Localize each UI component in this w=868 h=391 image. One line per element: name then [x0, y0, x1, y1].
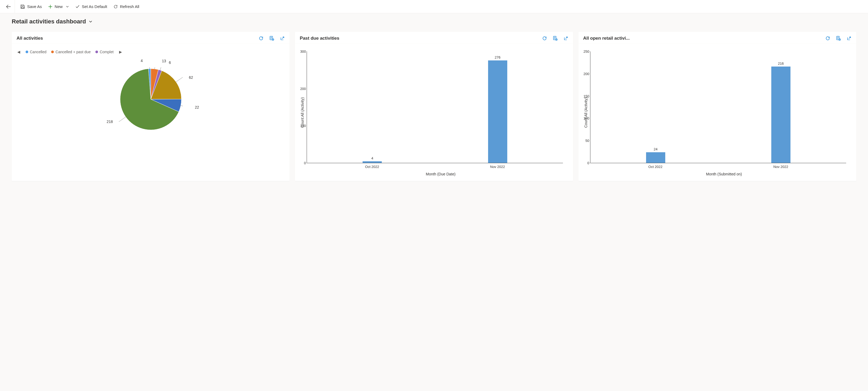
card-title: Past due activities: [300, 36, 542, 41]
card-open-retail: All open retail activi... Count:All (Act…: [579, 32, 856, 181]
bar-column: 216: [718, 52, 843, 163]
y-tick: 250: [579, 50, 589, 53]
card-actions: [825, 36, 851, 41]
popout-button[interactable]: [563, 36, 568, 41]
pie-slice-label: 218: [106, 120, 113, 124]
plot-area: 050100150200250 24 216: [590, 52, 846, 163]
popout-button[interactable]: [280, 36, 285, 41]
card-body: ◀ Cancelled Cancelled + past due Complet…: [12, 44, 289, 181]
y-tick: 200: [579, 72, 589, 75]
bar-value-label: 276: [495, 55, 501, 59]
popout-icon: [847, 36, 851, 41]
card-title: All open retail activi...: [583, 36, 825, 41]
refresh-all-button[interactable]: Refresh All: [110, 1, 143, 12]
back-button[interactable]: [2, 0, 15, 13]
page-title: Retail activities dashboard: [12, 18, 86, 25]
bar-column: 24: [593, 52, 718, 163]
legend-dot: [95, 51, 98, 53]
save-as-label: Save As: [27, 4, 42, 9]
refresh-icon: [542, 36, 547, 41]
x-tick: Oct 2022: [309, 165, 435, 169]
legend-item-completed[interactable]: Complet: [95, 50, 114, 54]
view-records-button[interactable]: [553, 36, 558, 41]
records-icon: [269, 36, 274, 41]
legend-dot: [26, 51, 28, 53]
new-button[interactable]: New: [45, 1, 72, 12]
pie-slice-label: 6: [169, 60, 171, 65]
bar[interactable]: [363, 161, 382, 163]
legend-next-button[interactable]: ▶: [118, 50, 123, 54]
refresh-icon: [114, 4, 118, 9]
bar-value-label: 24: [654, 147, 657, 151]
plot-area: 0100200300 4 276: [307, 52, 563, 163]
records-icon: [836, 36, 841, 41]
cards-row: All activities ◀: [0, 27, 868, 189]
refresh-card-button[interactable]: [825, 36, 830, 41]
legend-label: Cancelled + past due: [55, 50, 91, 54]
save-as-button[interactable]: Save As: [17, 1, 45, 12]
card-header: All activities: [12, 32, 289, 44]
plus-icon: [48, 4, 53, 9]
records-icon: [553, 36, 558, 41]
popout-button[interactable]: [847, 36, 851, 41]
refresh-card-button[interactable]: [259, 36, 264, 41]
y-tick: 300: [295, 50, 306, 53]
x-tick: Oct 2022: [593, 165, 718, 169]
bar-value-label: 216: [778, 62, 784, 65]
x-tick: Nov 2022: [718, 165, 843, 169]
page-title-row[interactable]: Retail activities dashboard: [0, 13, 868, 27]
y-tick: 200: [295, 87, 306, 90]
new-label: New: [55, 4, 63, 9]
set-default-label: Set As Default: [82, 4, 107, 9]
card-body: Count:All (Activity) 050100150200250 24 …: [579, 44, 856, 181]
legend-dot: [51, 51, 54, 53]
card-past-due: Past due activities Count:All (Activity): [295, 32, 573, 181]
pie-slice-label: 4: [141, 59, 143, 63]
bar-chart-open-retail[interactable]: Count:All (Activity) 050100150200250 24 …: [583, 49, 851, 176]
chevron-down-icon: [89, 20, 92, 24]
y-tick: 0: [579, 161, 589, 165]
card-body: Count:All (Activity) 0100200300 4 276 Oc…: [295, 44, 573, 181]
card-all-activities: All activities ◀: [12, 32, 289, 181]
card-title: All activities: [17, 36, 259, 41]
y-tick: 150: [579, 94, 589, 98]
legend-prev-button[interactable]: ◀: [17, 50, 21, 54]
y-tick: 0: [295, 161, 306, 165]
chevron-down-icon: [66, 5, 69, 8]
refresh-icon: [825, 36, 830, 41]
pie-legend: ◀ Cancelled Cancelled + past due Complet…: [17, 49, 285, 59]
bar-column: 276: [435, 52, 560, 163]
bar[interactable]: [488, 60, 507, 163]
pie-slice-label: 62: [189, 75, 193, 79]
bar-chart-past-due[interactable]: Count:All (Activity) 0100200300 4 276 Oc…: [300, 49, 568, 176]
y-tick: 100: [579, 117, 589, 120]
popout-icon: [280, 36, 285, 41]
bar[interactable]: [771, 67, 790, 163]
set-default-button[interactable]: Set As Default: [72, 1, 110, 12]
card-actions: [542, 36, 568, 41]
arrow-left-icon: [6, 4, 11, 9]
popout-icon: [563, 36, 568, 41]
view-records-button[interactable]: [836, 36, 841, 41]
card-header: Past due activities: [295, 32, 573, 44]
legend-label: Cancelled: [30, 50, 46, 54]
card-header: All open retail activi...: [579, 32, 856, 44]
x-tick: Nov 2022: [435, 165, 560, 169]
bar-column: 4: [310, 52, 435, 163]
legend-item-cancelled[interactable]: Cancelled: [26, 50, 46, 54]
bar[interactable]: [646, 152, 665, 163]
bar-value-label: 4: [371, 156, 373, 160]
y-tick: 100: [295, 124, 306, 128]
pie-chart[interactable]: [119, 67, 183, 131]
refresh-card-button[interactable]: [542, 36, 547, 41]
save-as-icon: [20, 4, 25, 9]
legend-item-cancelled-past-due[interactable]: Cancelled + past due: [51, 50, 91, 54]
y-tick: 50: [579, 139, 589, 142]
command-bar: Save As New Set As Default Refresh All: [0, 0, 868, 13]
pie-slice-label: 22: [195, 105, 199, 109]
x-axis-label: Month (Due Date): [313, 169, 568, 176]
check-icon: [75, 4, 80, 9]
card-actions: [259, 36, 285, 41]
view-records-button[interactable]: [269, 36, 274, 41]
pie-slice-label: 13: [162, 59, 166, 63]
